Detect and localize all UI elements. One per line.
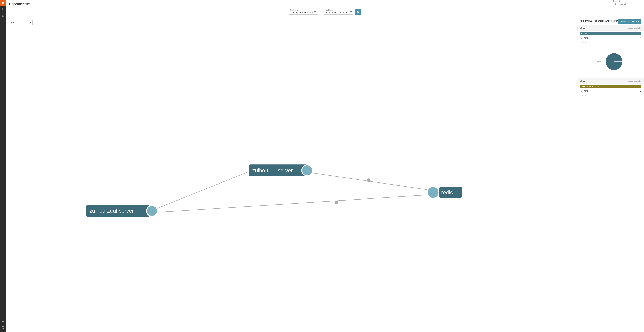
- sidebar-item-topology[interactable]: [0, 13, 6, 19]
- redis-normal-row: NORMAL 4: [577, 36, 644, 40]
- zuul-error-label: ERROR: [580, 94, 587, 97]
- right-panel: ZUIHOU-AUTHORITY-SERVER SEARCH TRACES US…: [577, 17, 644, 332]
- zuul-error-row: ERROR 0: [577, 93, 644, 98]
- uses-title: USES: [580, 27, 586, 29]
- end-time-label: End Time: [325, 9, 333, 11]
- upload-icon: [614, 3, 616, 6]
- zuul-normal-value: 1: [640, 90, 641, 92]
- panel-service-name: ZUIHOU-AUTHORITY-SERVER: [580, 20, 618, 23]
- service-select[interactable]: Select... ▾: [9, 20, 32, 25]
- sidebar-item-search[interactable]: [0, 7, 6, 13]
- node-label-redis: redis: [441, 189, 453, 196]
- sidebar-item-home[interactable]: [0, 318, 6, 324]
- header: Dependencies Trace ID: [6, 0, 644, 8]
- time-separator: -: [320, 11, 322, 14]
- search-traces-button[interactable]: SEARCH TRACES: [618, 19, 641, 24]
- end-time-calendar-icon[interactable]: [350, 11, 352, 14]
- edge-midpoint-zuul-redis: [334, 201, 338, 204]
- trace-id-label: Trace ID: [613, 0, 620, 2]
- content-area: Select... ▾ zuihou-zuul-server: [6, 17, 644, 332]
- trace-id-input[interactable]: [618, 2, 640, 6]
- pie-chart: [604, 52, 624, 72]
- end-time-value: January 14th 03:05 pm: [326, 11, 348, 14]
- chevron-down-icon: ▾: [30, 21, 31, 24]
- search-icon: [357, 11, 360, 14]
- uses-subtitle: (traced requests): [627, 27, 641, 29]
- redis-normal-value: 4: [640, 37, 641, 39]
- select-text: Select...: [10, 21, 30, 24]
- sidebar-bottom: [0, 318, 6, 332]
- uses-section-header: USES (traced requests): [577, 26, 644, 31]
- redis-error-label: ERROR: [580, 41, 587, 44]
- start-time-calendar-icon[interactable]: [314, 11, 316, 14]
- node-redis[interactable]: redis: [427, 187, 462, 198]
- node-zuihou-zuul-server[interactable]: zuihou-zuul-server: [86, 205, 158, 217]
- used-section-header: USED (traced requests): [577, 78, 644, 84]
- main-content: Dependencies Trace ID Start Time January…: [6, 0, 644, 332]
- node-label-server: zuihou-....-server: [252, 167, 293, 174]
- zuul-normal-label: NORMAL: [580, 90, 588, 92]
- dependency-graph[interactable]: zuihou-zuul-server zuihou-....-server re…: [6, 17, 577, 332]
- zuul-error-value: 0: [640, 94, 641, 97]
- start-time-label: Start Time: [290, 9, 298, 11]
- node-circle-server: [302, 165, 312, 176]
- used-title: USED: [580, 80, 586, 82]
- redis-error-row: ERROR 0: [577, 40, 644, 45]
- sidebar-logo[interactable]: [0, 0, 6, 6]
- node-circle-zuul: [146, 206, 158, 216]
- edge-zuul-to-server: [152, 170, 253, 211]
- edge-midpoint-server-redis: [367, 179, 370, 182]
- used-subtitle: (traced requests): [627, 80, 641, 82]
- end-time-field[interactable]: End Time January 14th 03:05 pm: [324, 10, 353, 15]
- page-title: Dependencies: [9, 2, 30, 6]
- search-button[interactable]: [355, 10, 361, 16]
- pie-chart-area: redis...: [577, 45, 644, 78]
- edge-zuul-to-redis: [152, 195, 431, 213]
- sidebar-item-github[interactable]: [0, 324, 6, 331]
- node-label-zuul: zuihou-zuul-server: [90, 208, 134, 214]
- start-time-value: January 13th 03:05 pm: [290, 11, 312, 14]
- toolbar: Start Time January 13th 03:05 pm - End T…: [6, 8, 644, 17]
- graph-area[interactable]: Select... ▾ zuihou-zuul-server: [6, 17, 577, 332]
- zuul-normal-row: NORMAL 1: [577, 89, 644, 93]
- redis-error-value: 0: [640, 41, 641, 44]
- node-circle-redis: [427, 187, 439, 198]
- node-zuihou-server[interactable]: zuihou-....-server: [249, 164, 312, 176]
- zuul-service-tag: ZUIHOU-ZUUL-SERVER: [580, 85, 641, 88]
- sidebar: [0, 0, 6, 332]
- pie-label: redis...: [597, 61, 602, 63]
- redis-normal-label: NORMAL: [580, 37, 588, 39]
- start-time-field[interactable]: Start Time January 13th 03:05 pm: [289, 10, 318, 15]
- trace-id-container: Trace ID: [613, 1, 641, 7]
- panel-header: ZUIHOU-AUTHORITY-SERVER SEARCH TRACES: [577, 17, 644, 26]
- redis-service-tag: REDIS: [580, 32, 641, 35]
- trace-id-box: Trace ID: [613, 1, 641, 7]
